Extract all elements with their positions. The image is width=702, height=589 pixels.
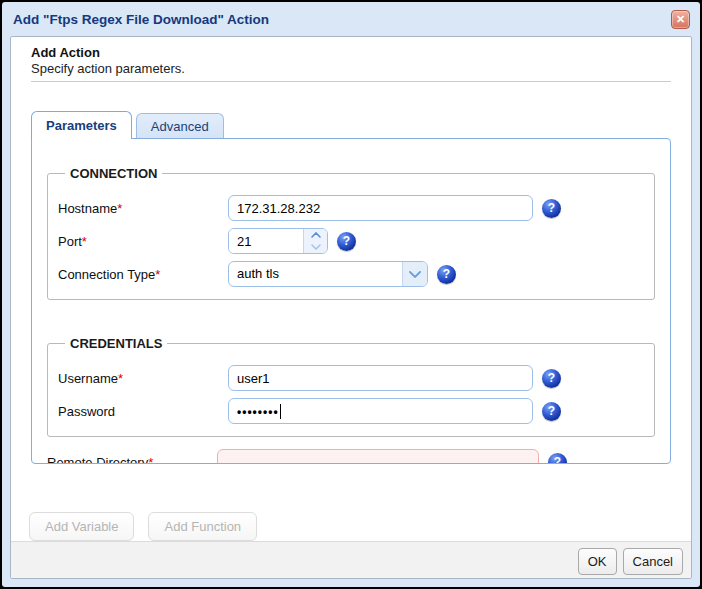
cancel-button[interactable]: Cancel xyxy=(623,548,683,575)
connection-type-help-icon[interactable]: ? xyxy=(437,265,456,284)
password-masked-value: •••••••• xyxy=(237,406,279,418)
required-asterisk: * xyxy=(155,267,160,282)
text-cursor xyxy=(280,404,281,419)
tab-advanced[interactable]: Advanced xyxy=(136,113,224,139)
port-help-icon[interactable]: ? xyxy=(337,232,356,251)
dialog-footer: OK Cancel xyxy=(11,541,691,579)
port-stepper xyxy=(228,228,328,254)
password-input[interactable]: •••••••• xyxy=(228,398,533,424)
parameters-tab-panel: CONNECTION Hostname* ? Port* xyxy=(31,138,671,464)
panel-heading: Add Action xyxy=(31,45,671,61)
connection-type-value: auth tls xyxy=(229,262,402,286)
add-function-button[interactable]: Add Function xyxy=(148,512,257,541)
close-icon: ✕ xyxy=(676,14,685,25)
connection-legend: CONNECTION xyxy=(65,166,162,181)
add-action-dialog: Add "Ftps Regex File Download" Action ✕ … xyxy=(2,2,700,587)
add-variable-button[interactable]: Add Variable xyxy=(29,512,134,541)
chevron-down-icon xyxy=(409,271,421,278)
credentials-fieldset: CREDENTIALS Username* ? Password xyxy=(47,336,655,437)
connection-type-label: Connection Type* xyxy=(58,267,228,282)
required-asterisk: * xyxy=(118,371,123,386)
chevron-down-icon xyxy=(311,244,321,250)
required-asterisk: * xyxy=(82,234,87,249)
connection-type-select[interactable]: auth tls xyxy=(228,261,428,287)
panel-subheading: Specify action parameters. xyxy=(31,61,671,76)
dialog-title: Add "Ftps Regex File Download" Action xyxy=(13,12,269,27)
remote-directory-row: Remote Directory* ? xyxy=(47,449,655,464)
required-asterisk: * xyxy=(117,201,122,216)
remote-directory-label: Remote Directory* xyxy=(47,455,217,465)
header-divider xyxy=(31,81,671,82)
port-label: Port* xyxy=(58,234,228,249)
connection-fieldset: CONNECTION Hostname* ? Port* xyxy=(47,166,655,300)
remote-directory-help-icon[interactable]: ? xyxy=(548,453,567,465)
username-help-icon[interactable]: ? xyxy=(542,369,561,388)
required-asterisk: * xyxy=(148,455,153,465)
screenshot-root: Add "Ftps Regex File Download" Action ✕ … xyxy=(0,0,702,589)
dialog-titlebar: Add "Ftps Regex File Download" Action ✕ xyxy=(2,2,700,36)
spinner-down-button[interactable] xyxy=(304,241,327,253)
port-input[interactable] xyxy=(229,229,303,253)
ok-button[interactable]: OK xyxy=(578,548,617,575)
tab-parameters[interactable]: Parameters xyxy=(31,111,132,139)
chevron-up-icon xyxy=(311,232,321,238)
username-input[interactable] xyxy=(228,365,533,391)
remote-directory-input[interactable] xyxy=(217,449,539,464)
credentials-legend: CREDENTIALS xyxy=(65,336,167,351)
spinner-up-button[interactable] xyxy=(304,229,327,241)
username-row: Username* ? xyxy=(58,365,644,391)
select-dropdown-button[interactable] xyxy=(402,262,427,286)
password-help-icon[interactable]: ? xyxy=(542,402,561,421)
password-row: Password •••••••• ? xyxy=(58,398,644,424)
tab-strip: Parameters Advanced xyxy=(31,110,671,138)
password-label: Password xyxy=(58,404,228,419)
close-button[interactable]: ✕ xyxy=(671,10,690,29)
port-spinner-buttons xyxy=(303,229,327,253)
panel-header: Add Action Specify action parameters. xyxy=(11,37,691,82)
port-row: Port* xyxy=(58,228,644,254)
hostname-help-icon[interactable]: ? xyxy=(542,199,561,218)
dialog-body-panel: Add Action Specify action parameters. Pa… xyxy=(10,36,692,579)
hostname-row: Hostname* ? xyxy=(58,195,644,221)
tab-area: Parameters Advanced CONNECTION Hostname*… xyxy=(11,110,691,464)
hostname-input[interactable] xyxy=(228,195,533,221)
aux-button-bar: Add Variable Add Function xyxy=(11,512,691,541)
connection-type-row: Connection Type* auth tls ? xyxy=(58,261,644,287)
hostname-label: Hostname* xyxy=(58,201,228,216)
username-label: Username* xyxy=(58,371,228,386)
